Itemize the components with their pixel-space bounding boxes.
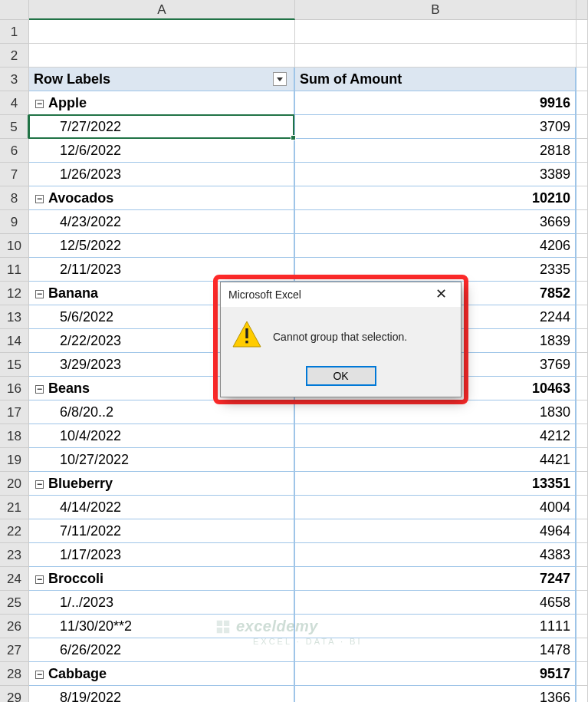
pivot-item-value[interactable]: 4658 xyxy=(295,591,577,615)
cell[interactable] xyxy=(295,20,577,44)
row-header[interactable]: 25 xyxy=(0,591,29,615)
filter-dropdown-icon[interactable] xyxy=(273,72,287,86)
row-header[interactable]: 11 xyxy=(0,258,29,282)
pivot-item-label[interactable]: 1/17/2023 xyxy=(29,543,295,567)
cell[interactable] xyxy=(295,44,577,68)
row-header[interactable]: 15 xyxy=(0,353,29,377)
row-header[interactable]: 19 xyxy=(0,448,29,472)
pivot-item-label[interactable]: 12/6/2022 xyxy=(29,139,295,163)
collapse-icon[interactable] xyxy=(35,100,44,108)
select-all-corner[interactable] xyxy=(0,0,29,20)
pivot-item-value[interactable]: 1111 xyxy=(295,615,577,638)
cell[interactable] xyxy=(577,186,588,210)
cell[interactable] xyxy=(577,591,588,615)
pivot-item-label[interactable]: 1/../2023 xyxy=(29,591,295,615)
pivot-item-value[interactable]: 4004 xyxy=(295,496,577,519)
pivot-group-total[interactable]: 9517 xyxy=(295,662,577,686)
cell[interactable] xyxy=(577,139,588,163)
row-header[interactable]: 17 xyxy=(0,400,29,424)
row-header[interactable]: 21 xyxy=(0,496,29,519)
row-header[interactable]: 8 xyxy=(0,186,29,210)
row-header[interactable]: 20 xyxy=(0,472,29,496)
close-icon[interactable]: ✕ xyxy=(429,285,453,304)
pivot-group-row[interactable]: Broccoli xyxy=(29,567,295,591)
row-header[interactable]: 28 xyxy=(0,662,29,686)
row-header[interactable]: 22 xyxy=(0,519,29,543)
cell[interactable] xyxy=(577,91,588,115)
cell[interactable] xyxy=(577,448,588,472)
cell[interactable] xyxy=(577,329,588,353)
pivot-group-total[interactable]: 10210 xyxy=(295,186,577,210)
collapse-icon[interactable] xyxy=(35,195,44,203)
pivot-item-label[interactable]: 4/14/2022 xyxy=(29,496,295,519)
cell[interactable] xyxy=(577,424,588,448)
pivot-group-total[interactable]: 7247 xyxy=(295,567,577,591)
pivot-item-value[interactable]: 2818 xyxy=(295,139,577,163)
cell[interactable] xyxy=(577,686,588,702)
pivot-item-label[interactable]: 4/23/2022 xyxy=(29,210,295,234)
row-header[interactable]: 24 xyxy=(0,567,29,591)
cell[interactable] xyxy=(577,234,588,258)
row-header[interactable]: 9 xyxy=(0,210,29,234)
pivot-sum-header[interactable]: Sum of Amount xyxy=(295,68,577,91)
pivot-item-value[interactable]: 1366 xyxy=(295,686,577,702)
cell[interactable] xyxy=(577,210,588,234)
pivot-group-row[interactable]: Blueberry xyxy=(29,472,295,496)
collapse-icon[interactable] xyxy=(35,575,44,584)
cell[interactable] xyxy=(577,543,588,567)
col-header-B[interactable]: B xyxy=(295,0,577,20)
cell[interactable] xyxy=(577,567,588,591)
pivot-item-value[interactable]: 3669 xyxy=(295,210,577,234)
row-header[interactable]: 5 xyxy=(0,115,29,139)
row-header[interactable]: 6 xyxy=(0,139,29,163)
row-header[interactable]: 2 xyxy=(0,44,29,68)
ok-button[interactable]: OK xyxy=(306,366,376,386)
cell[interactable] xyxy=(577,519,588,543)
cell[interactable] xyxy=(577,472,588,496)
cell[interactable] xyxy=(29,20,295,44)
collapse-icon[interactable] xyxy=(35,671,44,679)
row-header[interactable]: 26 xyxy=(0,615,29,638)
row-header[interactable]: 29 xyxy=(0,686,29,702)
pivot-item-label[interactable]: 10/4/2022 xyxy=(29,424,295,448)
row-header[interactable]: 13 xyxy=(0,305,29,329)
cell[interactable] xyxy=(577,258,588,282)
row-header[interactable]: 18 xyxy=(0,424,29,448)
pivot-item-value[interactable]: 4206 xyxy=(295,234,577,258)
pivot-item-value[interactable]: 3709 xyxy=(295,115,577,139)
row-header[interactable]: 16 xyxy=(0,377,29,400)
pivot-row-labels-header[interactable]: Row Labels xyxy=(29,68,295,91)
cell[interactable] xyxy=(577,638,588,662)
cell[interactable] xyxy=(577,400,588,424)
pivot-item-label[interactable]: 12/5/2022 xyxy=(29,234,295,258)
pivot-item-label[interactable]: 1/26/2023 xyxy=(29,163,295,186)
pivot-item-value[interactable]: 4383 xyxy=(295,543,577,567)
pivot-item-value[interactable]: 3389 xyxy=(295,163,577,186)
row-header[interactable]: 12 xyxy=(0,282,29,305)
row-header[interactable]: 23 xyxy=(0,543,29,567)
cell[interactable] xyxy=(577,496,588,519)
cell[interactable] xyxy=(577,68,588,91)
row-header[interactable]: 1 xyxy=(0,20,29,44)
pivot-item-label[interactable]: 7/11/2022 xyxy=(29,519,295,543)
cell[interactable] xyxy=(577,115,588,139)
cell[interactable] xyxy=(577,377,588,400)
pivot-group-row[interactable]: Apple xyxy=(29,91,295,115)
cell[interactable] xyxy=(577,44,588,68)
pivot-item-value[interactable]: 4421 xyxy=(295,448,577,472)
cell[interactable] xyxy=(577,305,588,329)
row-header[interactable]: 3 xyxy=(0,68,29,91)
collapse-icon[interactable] xyxy=(35,385,44,394)
col-header-A[interactable]: A xyxy=(29,0,295,20)
pivot-item-label[interactable]: 8/19/2022 xyxy=(29,686,295,702)
pivot-item-value[interactable]: 4964 xyxy=(295,519,577,543)
cell[interactable] xyxy=(577,163,588,186)
pivot-item-label[interactable]: 10/27/2022 xyxy=(29,448,295,472)
pivot-item-value[interactable]: 4212 xyxy=(295,424,577,448)
collapse-icon[interactable] xyxy=(35,290,44,298)
cell[interactable] xyxy=(577,662,588,686)
pivot-group-total[interactable]: 13351 xyxy=(295,472,577,496)
pivot-group-total[interactable]: 9916 xyxy=(295,91,577,115)
cell[interactable] xyxy=(577,282,588,305)
row-header[interactable]: 14 xyxy=(0,329,29,353)
